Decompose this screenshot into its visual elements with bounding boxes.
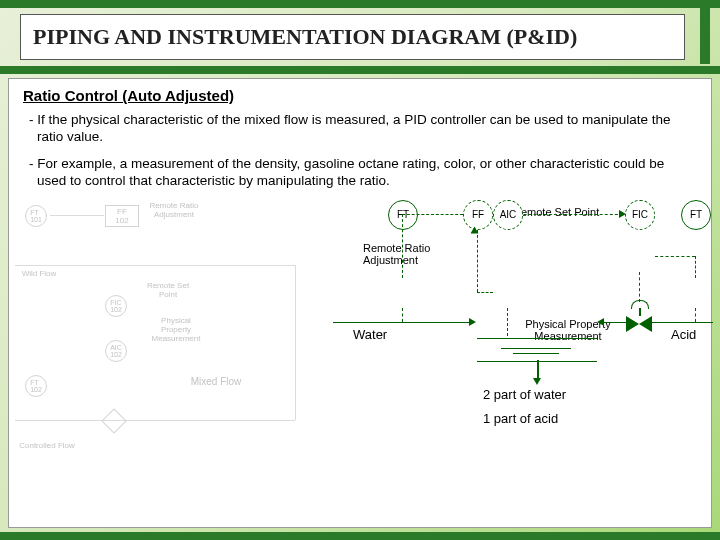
ratio-acid-label: 1 part of acid — [483, 412, 558, 426]
content-panel: Ratio Control (Auto Adjusted) - If the p… — [8, 78, 712, 528]
remote-ratio-adjustment-label: Remote Ratio Adjustment — [363, 242, 443, 266]
aic-symbol: AIC — [493, 200, 523, 230]
paragraph-2: - For example, a measurement of the dens… — [23, 156, 697, 190]
mixer-icon — [477, 338, 597, 362]
water-label: Water — [353, 328, 387, 342]
fic-102-symbol: FIC102 — [105, 295, 127, 317]
ff-box: FF102 — [105, 205, 139, 227]
remote-set-point-label: Remote Set Point — [513, 206, 599, 218]
wild-flow-label: Wild Flow — [13, 268, 65, 279]
controlled-flow-label: Controlled Flow — [11, 440, 83, 451]
ft-101-symbol: FT101 — [25, 205, 47, 227]
ft-102-symbol: FT102 — [25, 375, 47, 397]
ppm-label: Physical Property Measurement — [145, 315, 207, 344]
aic-102-symbol: AIC102 — [105, 340, 127, 362]
mixed-flow-label: Mixed Flow — [185, 375, 247, 388]
page-title: PIPING AND INSTRUMENTATION DIAGRAM (P&ID… — [33, 24, 577, 50]
ratio-water-label: 2 part of water — [483, 388, 566, 402]
rsp-label: Remote Set Point — [145, 280, 191, 300]
ft-right-symbol: FT — [681, 200, 711, 230]
slide: PIPING AND INSTRUMENTATION DIAGRAM (P&ID… — [0, 0, 720, 540]
control-valve-icon — [626, 316, 652, 332]
title-accent — [700, 8, 710, 64]
ff-symbol: FF — [463, 200, 493, 230]
mid-bar — [0, 66, 720, 74]
rra-label: Remote Ratio Adjustment — [145, 200, 203, 214]
left-faded-diagram: FT101 FF102 Remote Ratio Adjustment Wild… — [15, 200, 315, 460]
title-box: PIPING AND INSTRUMENTATION DIAGRAM (P&ID… — [20, 14, 685, 60]
fic-symbol: FIC — [625, 200, 655, 230]
ft-left-symbol: FT — [388, 200, 418, 230]
acid-label: Acid — [671, 328, 696, 342]
paragraph-1: - If the physical characteristic of the … — [23, 112, 697, 146]
bottom-bar — [0, 532, 720, 540]
right-diagram: FF Remote Set Point Remote Ratio Adjustm… — [333, 200, 713, 460]
top-bar — [0, 0, 720, 8]
diagram-area: FT101 FF102 Remote Ratio Adjustment Wild… — [23, 200, 697, 460]
section-subtitle: Ratio Control (Auto Adjusted) — [23, 87, 697, 104]
